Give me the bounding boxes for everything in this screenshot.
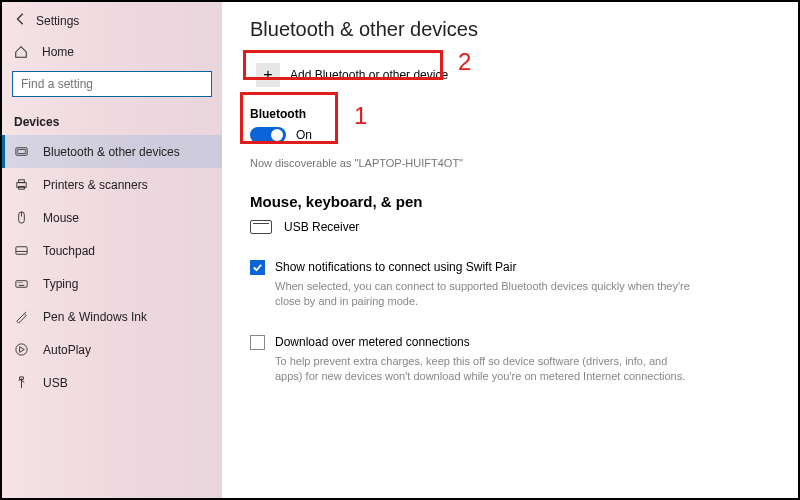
page-title: Bluetooth & other devices <box>250 18 770 41</box>
nav-item-label: Pen & Windows Ink <box>43 310 147 324</box>
swift-pair-label: Show notifications to connect using Swif… <box>275 260 516 274</box>
nav-usb[interactable]: USB <box>2 366 222 399</box>
usb-receiver-icon <box>250 220 272 234</box>
metered-help: To help prevent extra charges, keep this… <box>275 354 695 384</box>
check-icon <box>252 262 263 273</box>
usb-icon <box>14 375 29 390</box>
nav-item-label: Bluetooth & other devices <box>43 145 180 159</box>
nav-item-label: Touchpad <box>43 244 95 258</box>
svg-rect-9 <box>16 281 27 288</box>
nav-item-label: AutoPlay <box>43 343 91 357</box>
autoplay-icon <box>14 342 29 357</box>
svg-rect-7 <box>16 247 27 255</box>
discoverable-text: Now discoverable as "LAPTOP-HUIFT4OT" <box>250 157 770 169</box>
main-content: Bluetooth & other devices + Add Bluetoot… <box>222 2 798 498</box>
svg-rect-3 <box>19 180 25 183</box>
subheading-mouse-kbd: Mouse, keyboard, & pen <box>250 193 770 210</box>
touchpad-icon <box>14 243 29 258</box>
printer-icon <box>14 177 29 192</box>
nav-typing[interactable]: Typing <box>2 267 222 300</box>
metered-label: Download over metered connections <box>275 335 470 349</box>
bluetooth-icon <box>14 144 29 159</box>
swift-pair-help: When selected, you can connect to suppor… <box>275 279 695 309</box>
device-row[interactable]: USB Receiver <box>250 220 770 234</box>
add-device-label: Add Bluetooth or other device <box>290 68 448 82</box>
nav-home[interactable]: Home <box>2 37 222 67</box>
add-device-button[interactable]: + Add Bluetooth or other device <box>250 57 508 93</box>
nav-printers[interactable]: Printers & scanners <box>2 168 222 201</box>
section-heading: Devices <box>2 107 222 135</box>
plus-icon: + <box>256 63 280 87</box>
keyboard-icon <box>14 276 29 291</box>
home-icon <box>14 45 28 59</box>
nav-item-label: Printers & scanners <box>43 178 148 192</box>
svg-point-14 <box>16 344 27 355</box>
metered-checkbox[interactable] <box>250 335 265 350</box>
nav-pen[interactable]: Pen & Windows Ink <box>2 300 222 333</box>
search-input[interactable] <box>12 71 212 97</box>
device-name: USB Receiver <box>284 220 359 234</box>
nav-mouse[interactable]: Mouse <box>2 201 222 234</box>
swift-pair-checkbox[interactable] <box>250 260 265 275</box>
mouse-icon <box>14 210 29 225</box>
pen-icon <box>14 309 29 324</box>
nav-touchpad[interactable]: Touchpad <box>2 234 222 267</box>
nav-item-label: USB <box>43 376 68 390</box>
back-icon[interactable] <box>14 12 28 29</box>
bluetooth-toggle[interactable] <box>250 127 286 143</box>
bluetooth-label: Bluetooth <box>250 107 770 121</box>
sidebar: Settings Home Devices Bluetooth & other … <box>2 2 222 498</box>
svg-rect-1 <box>18 150 26 154</box>
bluetooth-state: On <box>296 128 312 142</box>
nav-bluetooth[interactable]: Bluetooth & other devices <box>2 135 222 168</box>
nav-item-label: Typing <box>43 277 78 291</box>
nav-item-label: Mouse <box>43 211 79 225</box>
home-label: Home <box>42 45 74 59</box>
nav-autoplay[interactable]: AutoPlay <box>2 333 222 366</box>
app-title: Settings <box>36 14 79 28</box>
